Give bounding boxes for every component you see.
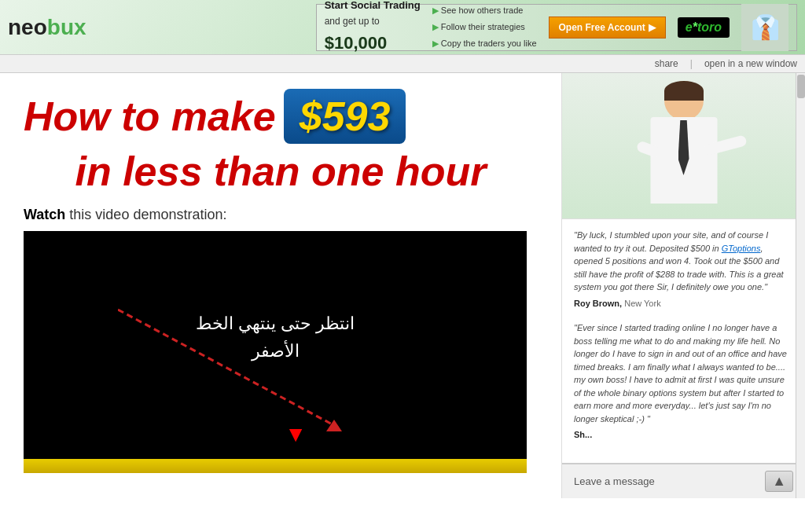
scrollbar-thumb[interactable] (797, 75, 805, 98)
watch-bold: Watch (24, 207, 65, 222)
site-logo: neobux (8, 15, 86, 40)
live-chat-toggle-button[interactable]: ▲ (765, 471, 793, 492)
money-badge: $593 (284, 89, 406, 144)
watch-rest: this video demonstration: (65, 207, 226, 222)
testimonials-section: "By luck, I stumbled upon your site, and… (562, 218, 805, 463)
left-content: How to make $593 in less than one hour W… (0, 73, 561, 498)
testimonial-1: "By luck, I stumbled upon your site, and… (574, 229, 793, 310)
scrollbar[interactable] (796, 73, 805, 498)
etoro-logo: e*toro (678, 17, 730, 38)
person-hair (664, 81, 704, 101)
ad-subtitle: and get up to (325, 16, 380, 27)
video-player[interactable]: انتظر حتى ينتهي الخط الأصفر ▼ (24, 231, 527, 459)
ad-title: Start Social Trading (325, 0, 421, 11)
ad-main-text: Start Social Trading and get up to $10,0… (325, 0, 421, 57)
cta-label: Open Free Account (559, 22, 645, 33)
testimonial-1-author: Roy Brown, New York (574, 297, 793, 310)
watch-text: Watch this video demonstration: (24, 207, 538, 223)
separator: | (690, 58, 693, 69)
testimonial-1-text: "By luck, I stumbled upon your site, and… (574, 229, 793, 294)
live-chat-toggle-icon: ▲ (772, 473, 786, 489)
ad-point-2: Follow their strategies (432, 19, 537, 35)
sidebar-hero-image (562, 73, 805, 218)
right-sidebar: "By luck, I stumbled upon your site, and… (561, 73, 805, 498)
headline-part2: in less than one hour (24, 148, 538, 195)
svg-line-0 (118, 310, 338, 427)
main-container: How to make $593 in less than one hour W… (0, 73, 805, 498)
ad-text-block: Start Social Trading and get up to $10,0… (325, 0, 421, 57)
etoro-text: e*toro (686, 20, 722, 34)
logo-area: neobux (8, 15, 86, 40)
share-link[interactable]: share (655, 58, 678, 69)
gtoptions-link[interactable]: GToptions (722, 244, 761, 253)
testimonial-2: "Ever since I started trading online I n… (574, 321, 793, 442)
cta-arrow-icon: ▶ (649, 22, 656, 33)
sub-header: share | open in a new window (0, 55, 805, 73)
ad-point-3: Copy the traders you like (432, 35, 537, 52)
live-chat-label: Leave a message (574, 475, 655, 487)
ad-amount: $10,000 (325, 33, 388, 53)
top-banner: neobux Start Social Trading and get up t… (0, 0, 805, 55)
testimonial-2-text: "Ever since I started trading online I n… (574, 321, 793, 425)
open-account-button[interactable]: Open Free Account ▶ (549, 17, 666, 39)
headline-area: How to make $593 in less than one hour (24, 89, 538, 195)
chart-line (118, 294, 354, 435)
logo-accent: bux (47, 15, 86, 39)
person-figure (617, 73, 751, 218)
video-bottom-bar (24, 459, 527, 473)
live-chat-bar[interactable]: Leave a message ▲ (562, 463, 805, 498)
ad-person-image: 👔 (741, 4, 788, 51)
advertisement-banner[interactable]: Start Social Trading and get up to $10,0… (316, 4, 797, 51)
ad-point-1: See how others trade (432, 2, 537, 19)
ad-points-list: See how others trade Follow their strate… (432, 2, 537, 52)
headline-part1: How to make (24, 93, 276, 140)
new-window-link[interactable]: open in a new window (704, 58, 797, 69)
video-arrow-icon: ▼ (285, 422, 307, 447)
testimonial-2-author: Sh... (574, 428, 793, 442)
